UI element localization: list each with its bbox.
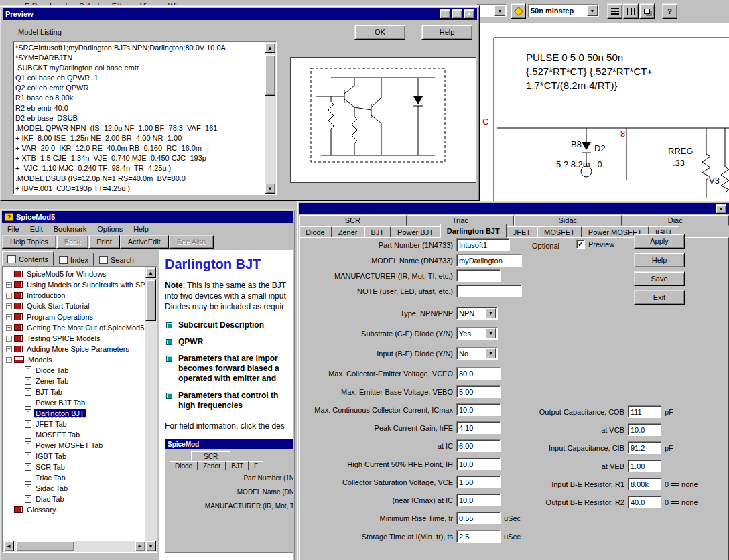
tree-item[interactable]: Diode Tab [3, 365, 145, 376]
tree-item[interactable]: Power MOSFET Tab [3, 440, 145, 451]
scroll-thumb[interactable] [265, 54, 275, 96]
tree-item[interactable]: JFET Tab [3, 419, 145, 429]
tree-expander-icon[interactable] [6, 357, 12, 363]
tree-item[interactable]: Introduction [3, 290, 145, 301]
menu-item[interactable]: File [2, 225, 25, 233]
ok-button[interactable]: OK [354, 25, 405, 40]
tree-item-label[interactable]: Triac Tab [34, 474, 67, 482]
tree-expander-icon[interactable] [6, 303, 12, 309]
scroll-up-arrow[interactable]: ▲ [145, 267, 156, 278]
scroll-down-arrow[interactable]: ▼ [145, 541, 156, 551]
bullet-text[interactable]: Parameters that are impor becomes forwar… [178, 354, 279, 384]
tree-item[interactable]: Diac Tab [3, 494, 145, 504]
tree-item-label[interactable]: Power MOSFET Tab [34, 441, 104, 449]
rreg-value[interactable]: .33 [673, 158, 685, 168]
help-tab[interactable]: Index [54, 253, 94, 266]
d2-label[interactable]: D2 [594, 143, 606, 153]
tree-item-label[interactable]: Sidac Tab [34, 484, 69, 492]
bullet-item[interactable]: Parameters that control th high frequenc… [165, 391, 293, 411]
device-tab[interactable]: Darlington BJT [440, 224, 507, 238]
dropdown-arrow-icon[interactable]: ▼ [486, 348, 496, 358]
tree-item-label[interactable]: Program Operations [25, 313, 94, 321]
device-tab[interactable]: JFET [507, 226, 537, 238]
field-input[interactable]: 8.00k [628, 478, 661, 490]
bullet-text[interactable]: Subcircuit Description [178, 320, 264, 330]
scroll-down-arrow[interactable]: ▼ [265, 183, 275, 194]
close-button[interactable]: × [464, 9, 474, 19]
toolbar-button[interactable]: Back [56, 235, 88, 249]
minstep-combo[interactable]: 50n minstep ▼ [528, 4, 599, 17]
tree-vertical-scrollbar[interactable]: ▲ ▼ [145, 267, 156, 551]
bullet-item[interactable]: Subcircuit Description [165, 320, 293, 330]
help-button[interactable]: Help [421, 25, 472, 40]
tree-item-label[interactable]: Darlington BJT [34, 409, 86, 417]
tree-expander-icon[interactable] [6, 325, 12, 331]
dialog-button[interactable]: Exit [634, 290, 685, 305]
menu-item[interactable]: Edit [25, 225, 48, 233]
menu-item[interactable]: Help [128, 225, 154, 233]
field-input[interactable]: 40.0 [628, 496, 661, 508]
device-tab[interactable]: Power BJT [391, 226, 440, 238]
tree-item-label[interactable]: Diac Tab [34, 495, 66, 503]
field-input[interactable]: 5.00 ▼ [456, 385, 501, 398]
field-input[interactable]: NPN ▼ [456, 307, 498, 320]
toolbar-button[interactable]: ActiveEdit [120, 235, 169, 249]
help-tab[interactable]: Contents [2, 251, 54, 266]
field-input[interactable]: ▼ [456, 269, 501, 282]
field-input[interactable]: 1.00 [628, 460, 661, 472]
tree-item[interactable]: BJT Tab [3, 387, 145, 397]
b8-label[interactable]: B8 [571, 139, 582, 149]
tree-item[interactable]: Darlington BJT [3, 408, 145, 419]
context-help-button[interactable]: ? [662, 3, 677, 19]
field-input[interactable]: No ▼ [456, 347, 498, 360]
tree-item[interactable]: Testing SPICE Models [3, 333, 145, 344]
preview-checkbox[interactable]: ✓ [576, 240, 585, 249]
device-tab[interactable]: MOSFET [537, 226, 582, 238]
schematic-canvas[interactable]: PULSE 0 5 0 50n 50n {.527*RT*CT} {.527*R… [473, 23, 729, 204]
tree-item[interactable]: Using Models or Subcircuits with SPIC [3, 279, 145, 290]
dropdown-arrow-icon[interactable]: ▼ [587, 5, 598, 16]
tree-horizontal-scrollbar[interactable]: ◄ ► [3, 541, 145, 551]
tree-item-label[interactable]: Adding More Spice Parameters [25, 345, 131, 353]
tree-item[interactable]: Quick Start Tutorial [3, 301, 145, 311]
tree-expander-icon[interactable] [6, 346, 12, 352]
tree-item-label[interactable]: JFET Tab [34, 420, 68, 428]
field-input[interactable]: 80.0 ▼ [456, 367, 501, 380]
bullet-text[interactable]: Parameters that control th high frequenc… [178, 391, 278, 411]
tree-item[interactable]: Sidac Tab [3, 483, 145, 494]
field-input[interactable]: 10.0 [628, 423, 661, 436]
tree-item-label[interactable]: BJT Tab [34, 388, 64, 396]
tree-item-label[interactable]: Diode Tab [34, 366, 70, 374]
tree-item-label[interactable]: Zener Tab [34, 377, 70, 385]
tree-expander-icon[interactable] [6, 293, 12, 299]
dialog-button[interactable]: Help [634, 253, 685, 267]
tree-item-label[interactable]: Quick Start Tutorial [25, 302, 91, 310]
tree-item-label[interactable]: SpiceMod5 for Windows [25, 270, 108, 278]
device-tab[interactable]: Sidac [514, 215, 622, 226]
toolbar-button[interactable]: Print [88, 235, 120, 249]
scroll-thumb[interactable] [15, 541, 74, 551]
tree-item[interactable]: Glossary [3, 504, 145, 515]
tree-item-label[interactable]: Models [27, 356, 53, 364]
menu-item[interactable]: Options [92, 225, 128, 233]
tree-item[interactable]: IGBT Tab [3, 451, 145, 462]
field-input[interactable]: Intusoft1 ▼ [456, 238, 510, 251]
tree-item[interactable]: Getting The Most Out of SpiceMod5 [3, 322, 145, 333]
scroll-thumb[interactable] [145, 279, 156, 321]
rreg-label[interactable]: RREG [668, 146, 693, 156]
tree-item-label[interactable]: MOSFET Tab [34, 431, 81, 439]
tree-expander-icon[interactable] [6, 282, 12, 288]
bullet-item[interactable]: QPWR [165, 337, 293, 347]
field-input[interactable]: 2.5 ▼ [456, 530, 501, 543]
tree-item-label[interactable]: Power BJT Tab [34, 399, 86, 407]
tree-item[interactable]: Adding More Spice Parameters [3, 344, 145, 354]
tree-item-label[interactable]: Glossary [25, 506, 57, 514]
scroll-right-arrow[interactable]: ► [135, 541, 145, 551]
pulse-source-text[interactable]: PULSE 0 5 0 50n 50n {.527*RT*CT} {.527*R… [526, 50, 653, 92]
bullet-item[interactable]: Parameters that are impor becomes forwar… [165, 354, 293, 384]
device-tab[interactable]: Zener [332, 226, 364, 238]
field-input[interactable]: 111 [628, 405, 661, 418]
tree-item[interactable]: Program Operations [3, 311, 145, 322]
scroll-left-arrow[interactable]: ◄ [3, 541, 14, 551]
tree-item[interactable]: Models [3, 354, 145, 365]
